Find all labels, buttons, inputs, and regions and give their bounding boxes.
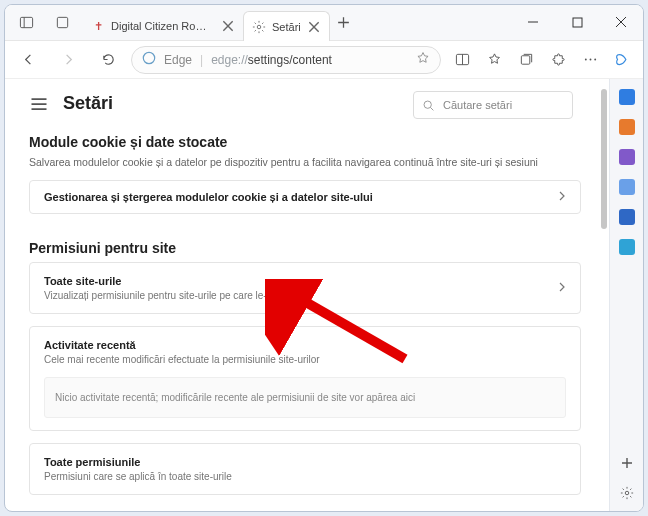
close-icon[interactable]	[221, 19, 235, 33]
section-perms-title: Permisiuni pentru site	[29, 240, 581, 256]
content-area: Setări Căutare setări Module cookie și d…	[5, 79, 643, 511]
svg-point-11	[589, 59, 591, 61]
copilot-button[interactable]	[607, 46, 637, 74]
address-bar[interactable]: Edge | edge://settings/content	[131, 46, 441, 74]
extensions-button[interactable]	[543, 46, 573, 74]
section-cookies-desc: Salvarea modulelor cookie și a datelor p…	[29, 156, 581, 168]
search-placeholder: Căutare setări	[443, 99, 512, 111]
manage-cookies-label: Gestionarea și ștergerea modulelor cooki…	[44, 191, 566, 203]
svg-rect-2	[57, 17, 67, 27]
tab-digital-citizen[interactable]: ✝ Digital Citizen România - Viața I…	[83, 11, 243, 41]
section-cookies-title: Module cookie și date stocate	[29, 134, 581, 150]
refresh-button[interactable]	[91, 43, 125, 77]
new-tab-button[interactable]	[330, 5, 358, 39]
tab-actions-button[interactable]	[9, 6, 43, 40]
svg-rect-0	[20, 17, 32, 27]
url-scheme: edge://	[211, 53, 248, 67]
favorite-button[interactable]	[416, 51, 430, 68]
window-controls	[511, 5, 643, 40]
split-icon	[455, 52, 470, 67]
settings-menu-button[interactable]	[29, 94, 49, 114]
search-settings-input[interactable]: Căutare setări	[413, 91, 573, 119]
page-title: Setări	[63, 93, 113, 114]
recent-activity-empty: Nicio activitate recentă; modificările r…	[44, 377, 566, 418]
close-window-button[interactable]	[599, 5, 643, 39]
divider: |	[200, 53, 203, 67]
address-prefix: Edge	[164, 53, 192, 67]
sidebar-app-3[interactable]	[617, 147, 637, 167]
split-screen-button[interactable]	[447, 46, 477, 74]
arrow-left-icon	[21, 52, 36, 67]
toolbar-right	[447, 46, 637, 74]
all-permissions-sub: Permisiuni care se aplică în toate site-…	[44, 471, 566, 482]
edge-logo-icon	[142, 51, 156, 68]
tab-title: Setări	[272, 21, 301, 33]
favorites-button[interactable]	[479, 46, 509, 74]
star-icon	[416, 51, 430, 65]
panel-icon	[19, 15, 34, 30]
chevron-right-icon	[556, 279, 568, 297]
back-button[interactable]	[11, 43, 45, 77]
search-icon	[422, 99, 435, 112]
collections-icon	[519, 52, 534, 67]
manage-cookies-card[interactable]: Gestionarea și ștergerea modulelor cooki…	[29, 180, 581, 214]
sidebar-app-2[interactable]	[617, 117, 637, 137]
sidebar-app-4[interactable]	[617, 177, 637, 197]
sidebar-settings-button[interactable]	[617, 483, 637, 503]
all-sites-title: Toate site-urile	[44, 275, 566, 287]
close-icon	[615, 16, 627, 28]
url-path: settings/content	[248, 53, 332, 67]
plus-icon	[620, 456, 634, 470]
vertical-tabs-button[interactable]	[45, 6, 79, 40]
close-icon[interactable]	[307, 20, 321, 34]
toolbar: Edge | edge://settings/content	[5, 41, 643, 79]
svg-point-10	[584, 59, 586, 61]
star-plus-icon	[487, 52, 502, 67]
svg-point-3	[257, 25, 261, 29]
sidebar-app-5[interactable]	[617, 207, 637, 227]
sidebar-app-6[interactable]	[617, 237, 637, 257]
copilot-icon	[615, 52, 630, 67]
all-permissions-card[interactable]: Toate permisiunile Permisiuni care se ap…	[29, 443, 581, 495]
tab-settings[interactable]: Setări	[243, 11, 330, 41]
maximize-button[interactable]	[555, 5, 599, 39]
minimize-button[interactable]	[511, 5, 555, 39]
forward-button[interactable]	[51, 43, 85, 77]
cross-favicon-icon: ✝	[91, 19, 105, 33]
titlebar-spacer	[358, 5, 511, 40]
sidebar-add-button[interactable]	[617, 453, 637, 473]
recent-activity-title: Activitate recentă	[44, 339, 566, 351]
recent-activity-card: Activitate recentă Cele mai recente modi…	[29, 326, 581, 431]
scrollbar[interactable]	[601, 89, 607, 289]
recent-activity-sub: Cele mai recente modificări efectuate la…	[44, 354, 566, 365]
all-sites-sub: Vizualizați permisiunile pentru site-uri…	[44, 290, 566, 301]
gear-icon	[620, 486, 634, 500]
edge-sidebar	[609, 79, 643, 511]
svg-rect-5	[573, 18, 582, 27]
address-text: edge://settings/content	[211, 53, 332, 67]
plus-icon	[336, 15, 351, 30]
tab-title: Digital Citizen România - Viața I…	[111, 20, 215, 32]
settings-page: Setări Căutare setări Module cookie și d…	[5, 79, 609, 511]
titlebar: ✝ Digital Citizen România - Viața I… Set…	[5, 5, 643, 41]
svg-line-14	[431, 107, 434, 110]
svg-point-6	[143, 52, 154, 63]
minimize-icon	[527, 16, 539, 28]
all-sites-card[interactable]: Toate site-urile Vizualizați permisiunil…	[29, 262, 581, 314]
svg-point-16	[625, 491, 629, 495]
sidebar-app-1[interactable]	[617, 87, 637, 107]
all-permissions-title: Toate permisiunile	[44, 456, 566, 468]
gear-icon	[252, 20, 266, 34]
puzzle-icon	[551, 52, 566, 67]
svg-point-13	[424, 101, 431, 108]
menu-button[interactable]	[575, 46, 605, 74]
svg-rect-9	[521, 56, 529, 64]
dots-icon	[583, 52, 598, 67]
tab-strip-left	[5, 5, 83, 40]
maximize-icon	[572, 17, 583, 28]
browser-window: ✝ Digital Citizen România - Viața I… Set…	[4, 4, 644, 512]
scroll-thumb[interactable]	[601, 89, 607, 229]
collections-button[interactable]	[511, 46, 541, 74]
arrow-right-icon	[61, 52, 76, 67]
refresh-icon	[101, 52, 116, 67]
